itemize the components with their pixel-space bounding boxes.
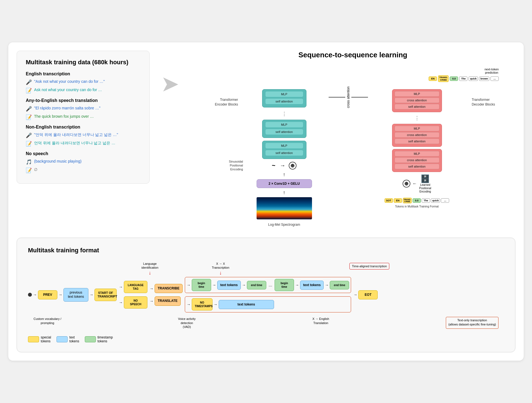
text-token-arrow-1: → [212,283,216,287]
spectrogram [257,197,312,219]
encoder-block-3: MLP self attention [262,141,306,159]
output-token-time: 0.0 [450,76,458,81]
music-icon: 🎵 [26,159,32,165]
vad-annotation: Voice activitydetection(VAD) [178,317,196,329]
input-quick: quick [431,198,440,203]
main-container: Multitask training data (680k hours) Eng… [8,42,524,361]
legend-special: specialtokens [28,335,51,343]
fork-arrow-down: → [119,300,123,305]
begin-time-1: begintime [192,279,211,291]
encoder-block-2: MLP self attention [262,120,306,138]
no-timestamps-box: NOTIMESTAMPS [192,298,213,310]
decoder-label: TransformerDecoder Blocks [472,97,495,107]
nospeech-transcript-text: ∅ [34,167,37,172]
encoder-mlp-2: MLP [265,122,303,128]
input-transcribe: TRANS-CRIBE [403,198,412,203]
encoder-self-attn-2: self attention [265,129,303,135]
output-token-dots: … [490,76,499,81]
cylinder-icon: 🗄️ [420,174,430,183]
transcribe-box: TRANSCRIBE [155,284,183,293]
translate-arrow: → [150,299,154,303]
legend-special-box [28,336,39,342]
input-time: 0.0 [413,198,421,203]
text-tokens-long: text tokens [219,300,274,309]
red-arrow-x2x: ↓ [203,270,239,276]
cross-attention-label: cross attention [345,86,351,108]
decoder-self-3: self attention [395,164,439,169]
english-row-2: 📝 Ask not what your country can do for … [26,88,140,94]
pencil-icon-2: 📝 [26,114,32,120]
fork-arrow-up: → [119,285,123,289]
no-speech-box: NOSPEECH [124,296,147,309]
pencil-icon-1: 📝 [26,88,32,94]
decoder-self-2: self attention [395,138,439,144]
nonenglish-row-1: 🎤 "언덕 위에 올라 내려다보면 너무나 넓고 넓은 …" [26,132,140,138]
text-tokens-2: text tokens [300,281,324,290]
custom-vocab-annotation: Custom vocabulary /prompting [34,317,61,329]
translate-box: TRANSLATE [155,296,181,306]
decoder-mlp-2: MLP [395,126,439,131]
flow-arrow-2: → [57,292,63,297]
nospeech-row-2: 📝 ∅ [26,167,140,173]
top-section: Multitask training data (680k hours) Eng… [17,51,515,227]
mic-icon-3: 🎤 [26,132,32,138]
flow-start-dot [28,293,32,297]
encoder-label: TransformerEncoder Blocks [215,97,238,107]
translation-row-2: 📝 The quick brown fox jumps over … [26,114,140,120]
input-dots: … [441,198,449,203]
input-the: The [422,198,430,203]
translation-audio-text: "El rápido zorro marrón salta sobre …" [34,106,100,110]
translation-row-1: 🎤 "El rápido zorro marrón salta sobre …" [26,106,140,112]
encoder-section: Sequence-to-sequence learning next-token… [190,51,515,227]
english-transcript-text: Ask not what your country can do for … [34,88,102,92]
decoder-block-1: MLP cross attention self attention [392,89,442,112]
output-token-brown: brown [479,76,489,81]
next-token-label: next-tokenprediction [485,68,499,74]
legend-special-label: specialtokens [41,335,51,343]
arrow-section: ➤ [161,51,179,95]
decoder-cross-3: cross attention [395,157,439,163]
end-arrow-1: → [242,283,246,287]
nonenglish-row-2: 📝 언덕 위에 올라 내려다보면 너무나 넓고 넓은 … [26,141,140,147]
conv-block: 2 × Conv1D + GELU [257,179,312,188]
legend-timestamp-label: timestamptokens [98,335,113,343]
tokens-label: Tokens in Multitask Training Format [385,205,449,208]
time-aligned-annotation: Time-aligned transcription [349,263,389,269]
text-tokens-1: text tokens [217,281,241,290]
left-panel-title: Multitask training data (680k hours) [26,59,140,66]
transcribe-arrow: → [150,286,154,291]
mic-icon-1: 🎤 [26,79,32,85]
sot-box: START OFTRANSCRIPT [94,289,117,301]
pencil-icon-3: 📝 [26,141,32,147]
decoder-mlp-3: MLP [395,151,439,156]
section-english-header: English transcription [26,71,140,76]
output-token-en: EN [429,76,437,81]
legend-timestamp: timestamptokens [85,335,113,343]
up-arrow-conv: ↑ [283,190,285,196]
end-arrow-2: → [325,283,329,287]
section-nospeech-header: No speech [26,151,140,156]
encoder-dots-1: ⋮ [282,111,287,117]
flow-diagram: → PREV → previoustext tokens → START OFT… [28,277,504,312]
nonenglish-audio-text: "언덕 위에 올라 내려다보면 너무나 넓고 넓은 …" [34,132,118,137]
legend-text-label: texttokens [69,335,79,343]
plus-circle-encoder: ⊕ [289,162,296,170]
right-arrow: ➤ [161,73,179,95]
input-en: EN [394,198,402,203]
prev-text-box: previoustext tokens [63,288,88,302]
decoder-block-2: MLP cross attention self attention [392,124,442,147]
legend-timestamp-box [85,336,96,342]
output-token-the: The [459,76,467,81]
decoder-cross-1: cross attention [395,97,439,103]
flow-arrow-1: → [32,292,38,297]
begin-arrow-1: → [187,283,191,287]
x-to-x-annotation: X → XTranscription [203,262,239,270]
end-time-2: end time [330,281,349,289]
text-only-annotation: Text-only transcription(allows dataset-s… [446,317,498,329]
encoder-block-1: MLP self attention [262,89,306,107]
bottom-title: Multitask training format [28,247,504,254]
end-time-1: end time [247,281,266,289]
english-audio-text: "Ask not what your country can do for …" [34,79,105,84]
output-token-transcribe: TRANS-CRIBE [438,75,449,82]
prev-box: PREV [38,290,57,300]
